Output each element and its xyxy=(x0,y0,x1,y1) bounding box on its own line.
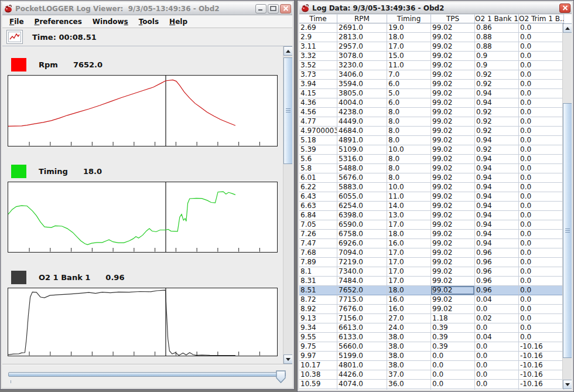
table-cell[interactable]: 0.0 xyxy=(519,33,564,42)
table-cell[interactable]: 7094.0 xyxy=(337,248,387,258)
table-cell[interactable]: 0.0 xyxy=(519,239,564,248)
table-cell[interactable]: -10.16 xyxy=(519,352,564,361)
table-cell[interactable]: 0.0 xyxy=(519,277,564,286)
table-row[interactable]: 4.564238.08.099.020.920.0 xyxy=(299,108,572,117)
table-cell[interactable]: 99.02 xyxy=(431,155,475,164)
log-viewer-titlebar[interactable]: PocketLOGGER Log Viewer: 9/3/05-13:49:36… xyxy=(2,2,292,15)
table-cell[interactable]: 7.89 xyxy=(299,258,337,267)
table-row[interactable]: 6.436055.011.099.020.940.0 xyxy=(299,192,572,202)
table-cell[interactable]: 9.75 xyxy=(299,342,337,352)
table-cell[interactable]: 6254.0 xyxy=(337,202,387,211)
table-cell[interactable]: -10.16 xyxy=(519,370,564,380)
table-cell[interactable]: 99.02 xyxy=(431,305,475,314)
table-cell[interactable]: 8.0 xyxy=(387,108,431,117)
table-cell[interactable]: 0.94 xyxy=(475,89,519,98)
table-cell[interactable]: 0.0 xyxy=(519,286,564,295)
table-cell[interactable]: 0.39 xyxy=(431,342,475,352)
table-cell[interactable]: 0.0 xyxy=(519,52,564,61)
table-row[interactable]: 3.112957.017.099.020.880.0 xyxy=(299,42,572,52)
table-cell[interactable]: 3.11 xyxy=(299,42,337,52)
table-cell[interactable]: 0.0 xyxy=(519,164,564,173)
column-header-time[interactable]: Time xyxy=(299,14,337,23)
table-cell[interactable]: 5316.0 xyxy=(337,155,387,164)
table-cell[interactable]: 0.0 xyxy=(519,108,564,117)
table-cell[interactable]: 0.0 xyxy=(519,295,564,305)
table-cell[interactable]: 10.59 xyxy=(299,380,337,389)
table-cell[interactable]: 3230.0 xyxy=(337,61,387,70)
table-cell[interactable]: 0.0 xyxy=(519,80,564,89)
table-cell[interactable]: 10.0 xyxy=(387,183,431,192)
table-cell[interactable]: 5660.0 xyxy=(337,342,387,352)
table-cell[interactable]: 38.0 xyxy=(387,333,431,342)
log-data-titlebar[interactable]: Log Data: 9/3/05-13:49:36 - Obd2 xyxy=(299,2,572,14)
table-cell[interactable]: 7715.0 xyxy=(337,295,387,305)
column-header-rpm[interactable]: RPM xyxy=(337,14,387,23)
table-row[interactable]: 7.056590.017.099.020.940.0 xyxy=(299,220,572,230)
menu-item-help[interactable]: Help xyxy=(164,16,193,27)
table-cell[interactable]: 4.77 xyxy=(299,117,337,127)
time-slider-thumb[interactable] xyxy=(276,370,286,383)
table-row[interactable]: 10.384426.037.00.00.0-10.16 xyxy=(299,370,572,380)
table-cell[interactable]: 99.02 xyxy=(431,173,475,183)
table-cell[interactable]: 0.96 xyxy=(475,286,519,295)
table-cell[interactable]: 0.94 xyxy=(475,98,519,108)
table-cell[interactable]: 6.84 xyxy=(299,211,337,220)
table-cell[interactable]: 8.0 xyxy=(387,164,431,173)
table-row[interactable]: 4.153805.05.099.020.940.0 xyxy=(299,89,572,98)
menu-item-file[interactable]: File xyxy=(4,16,29,27)
table-cell[interactable]: 0.0 xyxy=(519,192,564,202)
table-cell[interactable]: 38.0 xyxy=(387,352,431,361)
table-row[interactable]: 5.85488.08.099.020.940.0 xyxy=(299,164,572,173)
table-cell[interactable]: 0.88 xyxy=(475,42,519,52)
table-cell[interactable]: 4801.0 xyxy=(337,361,387,370)
table-cell[interactable]: 3.32 xyxy=(299,52,337,61)
table-cell[interactable]: 0.94 xyxy=(475,220,519,230)
scroll-up-button[interactable] xyxy=(283,46,292,56)
table-cell[interactable]: 5.39 xyxy=(299,145,337,155)
table-cell[interactable]: 0.88 xyxy=(475,33,519,42)
table-cell[interactable]: 5109.0 xyxy=(337,145,387,155)
table-cell[interactable]: 11.0 xyxy=(387,61,431,70)
table-cell[interactable]: 5199.0 xyxy=(337,352,387,361)
table-cell[interactable] xyxy=(299,389,337,390)
table-cell[interactable]: 5.18 xyxy=(299,136,337,145)
table-cell[interactable]: 5.0 xyxy=(387,89,431,98)
table-cell[interactable]: 99.02 xyxy=(431,202,475,211)
table-row[interactable]: 7.476926.016.099.020.940.0 xyxy=(299,239,572,248)
table-cell[interactable]: 10.0 xyxy=(387,145,431,155)
table-cell[interactable]: 99.02 xyxy=(431,70,475,80)
table-row[interactable]: 9.556133.038.00.390.040.0 xyxy=(299,333,572,342)
table-cell[interactable]: 4891.0 xyxy=(337,136,387,145)
table-cell[interactable]: 99.02 xyxy=(431,192,475,202)
table-cell[interactable]: 0.39 xyxy=(431,323,475,333)
table-cell[interactable]: 99.02 xyxy=(431,136,475,145)
table-cell[interactable]: 6.0 xyxy=(387,98,431,108)
table-row[interactable]: 6.015676.08.099.020.940.0 xyxy=(299,173,572,183)
table-cell[interactable]: 13.0 xyxy=(387,211,431,220)
table-cell[interactable]: 0.0 xyxy=(519,220,564,230)
table-cell[interactable]: 0.0 xyxy=(431,361,475,370)
table-cell[interactable]: 2691.0 xyxy=(337,23,387,33)
table-cell[interactable]: 99.02 xyxy=(431,277,475,286)
charts-vertical-scrollbar[interactable] xyxy=(283,46,292,364)
table-cell[interactable]: 99.02 xyxy=(431,117,475,127)
table-row[interactable]: 8.17340.017.099.020.960.0 xyxy=(299,267,572,277)
table-cell[interactable]: 7.0 xyxy=(387,70,431,80)
table-cell[interactable]: 7.68 xyxy=(299,248,337,258)
table-cell[interactable]: 0.94 xyxy=(475,239,519,248)
table-row[interactable]: 8.317484.017.099.020.960.0 xyxy=(299,277,572,286)
table-cell[interactable]: 6926.0 xyxy=(337,239,387,248)
table-cell[interactable]: 0.0 xyxy=(519,117,564,127)
table-cell[interactable]: 1.18 xyxy=(431,314,475,323)
table-cell[interactable]: 0.0 xyxy=(475,370,519,380)
table-cell[interactable]: 10.38 xyxy=(299,370,337,380)
table-cell[interactable]: 8.0 xyxy=(387,117,431,127)
chart-view-tool-button[interactable] xyxy=(6,30,23,44)
table-row[interactable] xyxy=(299,389,572,390)
table-cell[interactable]: 0.94 xyxy=(475,211,519,220)
table-cell[interactable] xyxy=(475,389,519,390)
table-cell[interactable]: 2813.0 xyxy=(337,33,387,42)
table-cell[interactable]: 3.52 xyxy=(299,61,337,70)
menu-item-preferences[interactable]: Preferences xyxy=(29,16,87,27)
table-cell[interactable]: 3.94 xyxy=(299,80,337,89)
